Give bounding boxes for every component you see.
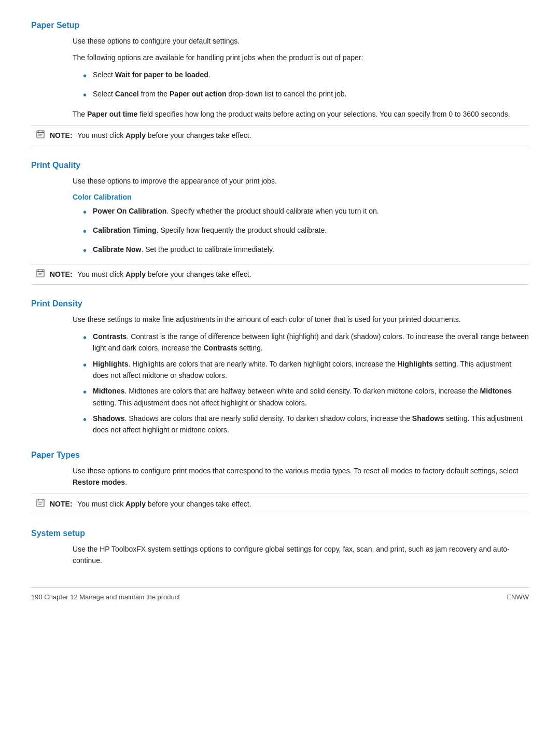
note-box-print-quality: NOTE: You must click Apply before your c… — [31, 264, 529, 285]
section-system-setup: System setupUse the HP ToolboxFX system … — [31, 529, 529, 567]
section-paper-setup: Paper SetupUse these options to configur… — [31, 21, 529, 146]
section-print-density: Print DensityUse these settings to make … — [31, 299, 529, 436]
section-title-print-density: Print Density — [31, 299, 529, 308]
bullet-item: •Calibrate Now. Set the product to calib… — [83, 244, 529, 259]
bullet-list-paper-setup: •Select Wait for paper to be loaded.•Sel… — [83, 69, 529, 103]
bullet-text: Calibrate Now. Set the product to calibr… — [93, 244, 529, 255]
bullet-dot: • — [83, 204, 87, 220]
note-icon — [36, 269, 46, 278]
bullet-text: Select Cancel from the Paper out action … — [93, 88, 529, 100]
note-label: NOTE: — [50, 270, 73, 278]
section-title-print-quality: Print Quality — [31, 161, 529, 170]
section-paper-types: Paper TypesUse these options to configur… — [31, 451, 529, 514]
footer-right: ENWW — [507, 593, 529, 601]
extra-para-paper-setup: The Paper out time field specifies how l… — [73, 108, 529, 120]
subsection-title: Color Calibration — [73, 193, 529, 201]
section-para-paper-setup-0: The following options are available for … — [73, 52, 529, 63]
bullet-dot: • — [83, 411, 87, 428]
bullet-text: Contrasts. Contrast is the range of diff… — [93, 331, 529, 354]
note-icon — [36, 130, 46, 139]
bullet-text: Midtones. Midtones are colors that are h… — [93, 385, 529, 409]
bullet-text: Highlights. Highlights are colors that a… — [93, 358, 529, 382]
note-box-paper-setup: NOTE: You must click Apply before your c… — [31, 125, 529, 146]
bullet-item: •Select Cancel from the Paper out action… — [83, 88, 529, 103]
bullet-dot: • — [83, 384, 87, 400]
section-intro-print-density: Use these settings to make fine adjustme… — [73, 314, 529, 325]
footer-left: 190 Chapter 12 Manage and maintain the p… — [31, 593, 180, 601]
section-intro-paper-setup: Use these options to configure your defa… — [73, 35, 529, 47]
bullet-item: •Calibration Timing. Specify how frequen… — [83, 224, 529, 240]
bullet-text: Calibration Timing. Specify how frequent… — [93, 224, 529, 236]
section-title-paper-types: Paper Types — [31, 451, 529, 460]
bullet-dot: • — [83, 357, 87, 373]
bullet-item: •Select Wait for paper to be loaded. — [83, 69, 529, 84]
note-text: NOTE: You must click Apply before your c… — [50, 130, 251, 141]
bullet-dot: • — [83, 67, 87, 84]
bullet-dot: • — [83, 87, 87, 103]
bullet-dot: • — [83, 329, 87, 346]
bullet-dot: • — [83, 223, 87, 240]
bullet-list-print-density: •Contrasts. Contrast is the range of dif… — [83, 331, 529, 436]
note-label: NOTE: — [50, 500, 73, 508]
bullet-item: •Power On Calibration. Specify whether t… — [83, 205, 529, 220]
note-box-paper-types: NOTE: You must click Apply before your c… — [31, 494, 529, 514]
note-text: NOTE: You must click Apply before your c… — [50, 498, 251, 510]
section-intro-paper-types: Use these options to configure print mod… — [73, 465, 529, 488]
section-print-quality: Print QualityUse these options to improv… — [31, 161, 529, 285]
subsection-bullet-list: •Power On Calibration. Specify whether t… — [83, 205, 529, 259]
section-intro-print-quality: Use these options to improve the appeara… — [73, 175, 529, 187]
bullet-item: •Contrasts. Contrast is the range of dif… — [83, 331, 529, 354]
note-label: NOTE: — [50, 131, 73, 139]
bullet-text: Select Wait for paper to be loaded. — [93, 69, 529, 80]
bullet-text: Power On Calibration. Specify whether th… — [93, 205, 529, 217]
section-title-paper-setup: Paper Setup — [31, 21, 529, 30]
bullet-text: Shadows. Shadows are colors that are nea… — [93, 413, 529, 436]
section-intro-system-setup: Use the HP ToolboxFX system settings opt… — [73, 543, 529, 567]
bullet-item: •Highlights. Highlights are colors that … — [83, 358, 529, 382]
bullet-item: •Shadows. Shadows are colors that are ne… — [83, 413, 529, 436]
bullet-dot: • — [83, 242, 87, 259]
note-icon — [36, 498, 46, 508]
section-title-system-setup: System setup — [31, 529, 529, 538]
note-text: NOTE: You must click Apply before your c… — [50, 269, 251, 280]
bullet-item: •Midtones. Midtones are colors that are … — [83, 385, 529, 409]
